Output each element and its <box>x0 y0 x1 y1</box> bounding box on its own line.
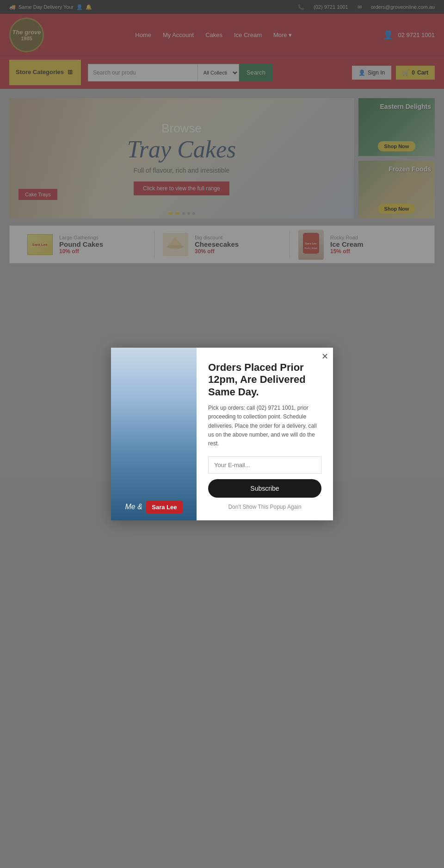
popup-close-button[interactable]: ✕ <box>321 351 328 362</box>
popup-title: Orders Placed Prior 12pm, Are Delivered … <box>208 362 321 398</box>
popup-image-inner: Me & Sara Lee <box>111 348 197 481</box>
popup: ✕ Me & Sara Lee Orders Placed Prior 12pm… <box>111 348 333 481</box>
popup-image: Me & Sara Lee <box>111 348 197 481</box>
popup-body: Me & Sara Lee Orders Placed Prior 12pm, … <box>111 348 333 481</box>
popup-overlay: ✕ Me & Sara Lee Orders Placed Prior 12pm… <box>0 0 444 481</box>
popup-subscribe-button[interactable]: Subscribe <box>208 479 321 481</box>
popup-description: Pick up orders: call (02) 9721 1001, pri… <box>208 404 321 448</box>
popup-content: Orders Placed Prior 12pm, Are Delivered … <box>197 348 333 481</box>
popup-email-input[interactable] <box>208 456 321 474</box>
